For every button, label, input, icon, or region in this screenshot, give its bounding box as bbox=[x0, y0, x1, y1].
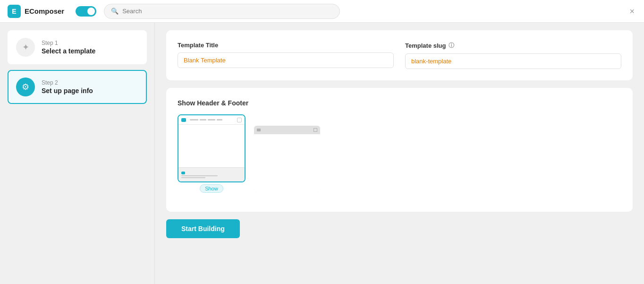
search-input[interactable] bbox=[122, 8, 333, 15]
app-header: E EComposer 🔍 × bbox=[0, 0, 644, 23]
layout-options: Show bbox=[178, 114, 621, 193]
toggle-wrapper[interactable] bbox=[76, 6, 96, 17]
mini-nav-line-1 bbox=[190, 119, 198, 120]
mini-logo bbox=[181, 118, 186, 122]
mini-logo-sm bbox=[257, 129, 261, 131]
search-icon: 🔍 bbox=[111, 8, 119, 15]
step2-title: Set up page info bbox=[42, 87, 93, 95]
template-title-section: Template Title Template slug ⓘ bbox=[178, 42, 621, 69]
logo-text: EComposer bbox=[25, 7, 64, 15]
step1-text: Step 1 Select a template bbox=[42, 40, 95, 55]
mini-nav-line-2 bbox=[200, 119, 206, 120]
show-badge: Show bbox=[200, 184, 223, 193]
main-content: ✦ Step 1 Select a template ⚙ Step 2 Set … bbox=[0, 23, 644, 284]
mini-nav bbox=[190, 119, 222, 120]
template-title-label: Template Title bbox=[178, 42, 394, 49]
template-slug-label: Template slug ⓘ bbox=[405, 42, 621, 50]
mini-footer-logo bbox=[181, 172, 185, 174]
template-title-field-group: Template Title bbox=[178, 42, 394, 69]
mini-nav-line-3 bbox=[208, 119, 215, 120]
step2-label: Step 2 bbox=[42, 79, 93, 86]
template-slug-input[interactable] bbox=[405, 53, 621, 69]
mini-header-plain bbox=[254, 126, 320, 134]
step1-label: Step 1 bbox=[42, 40, 95, 46]
mini-header bbox=[178, 115, 245, 125]
mini-page-plain bbox=[254, 126, 320, 192]
header-footer-title: Show Header & Footer bbox=[178, 99, 621, 107]
step1-title: Select a template bbox=[42, 47, 95, 55]
step2-card[interactable]: ⚙ Step 2 Set up page info bbox=[8, 70, 147, 104]
mini-footer-line-2 bbox=[181, 177, 205, 178]
step1-card[interactable]: ✦ Step 1 Select a template bbox=[8, 30, 147, 64]
toggle-switch[interactable] bbox=[76, 6, 96, 17]
mini-footer bbox=[178, 167, 245, 181]
layout-option-show[interactable] bbox=[178, 114, 246, 182]
template-title-input[interactable] bbox=[178, 52, 394, 68]
search-bar[interactable]: 🔍 bbox=[104, 4, 340, 19]
right-panel: Template Title Template slug ⓘ Show Head… bbox=[155, 23, 644, 284]
mini-body bbox=[178, 125, 245, 167]
step2-icon: ⚙ bbox=[16, 77, 35, 96]
logo-area: E EComposer bbox=[8, 5, 64, 18]
template-slug-field-group: Template slug ⓘ bbox=[405, 42, 621, 69]
template-title-card: Template Title Template slug ⓘ bbox=[166, 30, 633, 80]
logo-icon: E bbox=[8, 5, 21, 18]
mini-page-with-header-footer bbox=[178, 115, 245, 181]
mini-body-plain bbox=[254, 134, 320, 192]
sidebar: ✦ Step 1 Select a template ⚙ Step 2 Set … bbox=[0, 23, 155, 284]
step2-text: Step 2 Set up page info bbox=[42, 79, 93, 95]
layout-preview-hide bbox=[254, 126, 320, 192]
step1-icon: ✦ bbox=[16, 38, 35, 57]
layout-option-hide[interactable] bbox=[253, 125, 321, 193]
layout-option-2 bbox=[253, 125, 321, 193]
slug-info-icon[interactable]: ⓘ bbox=[449, 42, 454, 50]
header-footer-card: Show Header & Footer bbox=[166, 88, 633, 212]
close-button[interactable]: × bbox=[627, 5, 636, 17]
mini-nav-line-4 bbox=[217, 119, 222, 120]
mini-header-square bbox=[237, 118, 242, 122]
start-building-button[interactable]: Start Building bbox=[166, 219, 240, 238]
layout-option-1: Show bbox=[178, 114, 246, 193]
layout-preview-show bbox=[178, 115, 245, 181]
mini-footer-line-1 bbox=[181, 175, 218, 176]
mini-square-sm bbox=[314, 128, 317, 132]
show-label-wrapper: Show bbox=[178, 184, 246, 193]
